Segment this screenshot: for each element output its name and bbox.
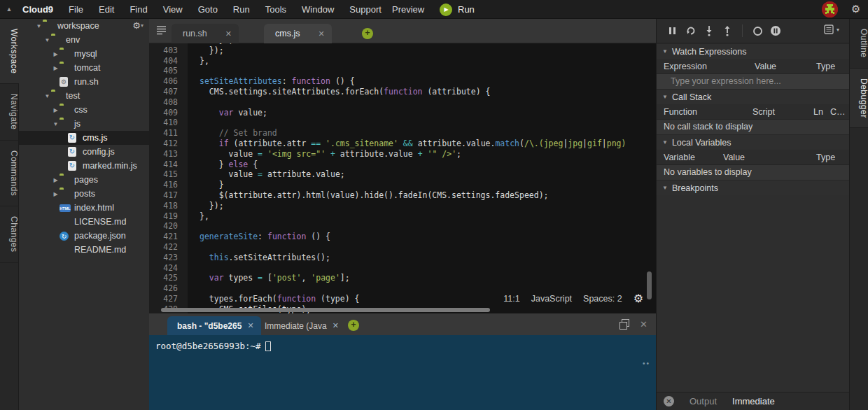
expand-arrow-icon[interactable]: ▼	[52, 121, 59, 127]
clear-output-icon[interactable]: ✕	[664, 396, 674, 407]
code-line-417[interactable]: 417 $(attribute.attr).html(value).hide()…	[149, 190, 656, 201]
editor-horizontal-scrollbar[interactable]	[161, 308, 490, 312]
rail-tab-commands[interactable]: Commands	[0, 141, 19, 206]
code-line-422[interactable]: 422	[149, 242, 656, 253]
expand-arrow-icon[interactable]: ▼	[43, 37, 51, 43]
menu-window[interactable]: Window	[294, 0, 342, 19]
immediate-button[interactable]: Immediate	[732, 396, 775, 407]
tree-row-env[interactable]: ▼env	[19, 33, 149, 47]
code-line-419[interactable]: 419},	[149, 211, 656, 222]
code-line-406[interactable]: 406setSiteAttributes: function () {	[149, 76, 656, 87]
code-line-411[interactable]: 411 // Set brand	[149, 128, 656, 139]
cursor-position[interactable]: 11:1	[503, 294, 519, 304]
collapse-arrow-icon[interactable]: ▶	[52, 191, 59, 197]
tab-list-icon[interactable]	[155, 25, 167, 36]
tree-row-css[interactable]: ▶css	[19, 103, 149, 117]
output-button[interactable]: Output	[690, 396, 717, 407]
tree-row-test[interactable]: ▼test	[19, 89, 149, 103]
editor-settings-gear-icon[interactable]: ⚙	[634, 292, 643, 305]
code-line-425[interactable]: 425 var types = ['post', 'page'];	[149, 273, 656, 283]
run-button[interactable]: ▶ Run	[440, 0, 475, 19]
rail-tab-changes[interactable]: Changes	[0, 206, 19, 263]
menu-tools[interactable]: Tools	[258, 0, 294, 19]
code-line-420[interactable]: 420	[149, 221, 656, 232]
tree-row-marked.min.js[interactable]: ↻marked.min.js	[19, 159, 149, 173]
tree-row-LICENSE.md[interactable]: LICENSE.md	[19, 215, 149, 229]
tree-row-cms.js[interactable]: ↻cms.js	[19, 131, 149, 145]
close-tab-icon[interactable]: ✕	[318, 29, 324, 38]
code-line-423[interactable]: 423 this.setSiteAttributes();	[149, 253, 656, 263]
section-watch-expressions[interactable]: ▼ Watch Expressions	[657, 43, 849, 59]
restore-pane-icon[interactable]	[620, 319, 629, 328]
tree-row-mysql[interactable]: ▶mysql	[19, 47, 149, 61]
tree-row-index.html[interactable]: HTMLindex.html	[19, 201, 149, 215]
code-line-413[interactable]: 413 value = '<img src="' + attribute.val…	[149, 149, 656, 160]
menu-edit[interactable]: Edit	[91, 0, 122, 19]
language-mode[interactable]: JavaScript	[531, 294, 572, 304]
rail-tab-outline[interactable]: Outline	[850, 19, 868, 69]
code-editor[interactable]: });403 });404},405406setSiteAttributes: …	[149, 43, 656, 313]
code-line-405[interactable]: 405	[149, 66, 656, 76]
tree-row-workspace[interactable]: ▼workspace⚙▾	[19, 19, 149, 33]
editor-tab-run.sh[interactable]: run.sh✕	[172, 24, 239, 43]
code-line-421[interactable]: 421generateSite: function () {	[149, 232, 656, 242]
close-tab-icon[interactable]: ✕	[332, 321, 339, 330]
collapse-arrow-icon[interactable]: ▶	[52, 51, 59, 57]
avatar[interactable]	[822, 1, 838, 17]
code-line-418[interactable]: 418 });	[149, 201, 656, 211]
menu-view[interactable]: View	[155, 0, 190, 19]
project-settings-gear-icon[interactable]: ⚙▾	[132, 20, 144, 31]
watch-expression-input[interactable]: Type your expression here...	[657, 74, 849, 89]
pause-icon[interactable]	[664, 24, 682, 38]
brand-cloud9[interactable]: Cloud9	[18, 4, 61, 15]
menu-run[interactable]: Run	[225, 0, 258, 19]
code-line-404[interactable]: 404},	[149, 56, 656, 66]
code-line-412[interactable]: 412 if (attribute.attr == '.cms_sitename…	[149, 139, 656, 149]
terminal-tab-bash[interactable]: bash - "d5be265✕	[167, 316, 261, 335]
menu-support[interactable]: Support	[342, 0, 389, 19]
rail-tab-debugger[interactable]: Debugger	[850, 69, 868, 129]
collapse-menubar-icon[interactable]: ▲	[0, 6, 18, 13]
terminal-scrollbar[interactable]: ••	[643, 360, 650, 367]
code-line-416[interactable]: 416 }	[149, 180, 656, 190]
new-terminal-button[interactable]: +	[348, 320, 359, 331]
tree-row-run.sh[interactable]: ⚙run.sh	[19, 75, 149, 89]
editor-vertical-scrollbar[interactable]	[647, 271, 652, 299]
breakpoint-toggle-icon[interactable]	[748, 24, 766, 38]
section-breakpoints[interactable]: ▼ Breakpoints	[657, 180, 849, 195]
close-pane-icon[interactable]: ✕	[640, 319, 648, 330]
expand-arrow-icon[interactable]: ▼	[43, 93, 51, 99]
expand-arrow-icon[interactable]: ▼	[35, 23, 43, 29]
code-line-414[interactable]: 414 } else {	[149, 160, 656, 170]
code-line-410[interactable]: 410	[149, 118, 656, 128]
code-line-408[interactable]: 408	[149, 97, 656, 108]
rail-tab-workspace[interactable]: Workspace	[0, 19, 19, 84]
code-line-407[interactable]: 407 CMS.settings.siteAttributes.forEach(…	[149, 87, 656, 97]
tree-row-js[interactable]: ▼js	[19, 117, 149, 131]
step-into-icon[interactable]	[700, 24, 718, 38]
terminal-output[interactable]: root@d5be2656993b:~# ••	[149, 335, 656, 410]
tree-row-posts[interactable]: ▶posts	[19, 187, 149, 201]
collapse-arrow-icon[interactable]: ▶	[52, 177, 59, 183]
rail-tab-navigate[interactable]: Navigate	[0, 84, 19, 140]
pause-on-exception-icon[interactable]	[766, 24, 785, 38]
new-tab-button[interactable]: +	[362, 28, 373, 39]
preview-button[interactable]: Preview	[392, 0, 424, 19]
resume-icon[interactable]	[682, 24, 700, 38]
tree-row-package.json[interactable]: ↻package.json	[19, 229, 149, 243]
menu-goto[interactable]: Goto	[190, 0, 225, 19]
collapse-arrow-icon[interactable]: ▶	[52, 65, 59, 71]
preferences-gear-icon[interactable]: ⚙	[851, 3, 860, 15]
tree-row-tomcat[interactable]: ▶tomcat	[19, 61, 149, 75]
debug-strategy-dropdown[interactable]: ▾	[824, 24, 839, 34]
close-tab-icon[interactable]: ✕	[225, 29, 232, 38]
tree-row-pages[interactable]: ▶pages	[19, 173, 149, 187]
terminal-tab-immediate[interactable]: Immediate (Java✕	[255, 316, 346, 335]
code-line-403[interactable]: 403 });	[149, 45, 656, 56]
tree-row-config.js[interactable]: ↻config.js	[19, 145, 149, 159]
close-tab-icon[interactable]: ✕	[247, 321, 253, 330]
code-line-424[interactable]: 424	[149, 263, 656, 274]
indent-setting[interactable]: Spaces: 2	[583, 294, 622, 304]
menu-file[interactable]: File	[61, 0, 91, 19]
menu-find[interactable]: Find	[122, 0, 155, 19]
